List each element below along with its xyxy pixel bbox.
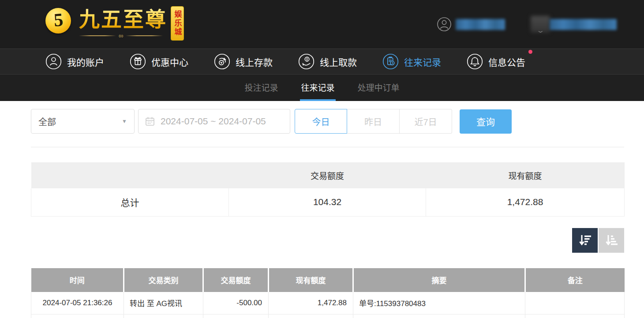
user-area: ⌄ [437,0,617,49]
quick-range-last7days[interactable]: 近7日 [400,109,452,134]
nav-item-label: 线上取款 [320,55,357,68]
nav-item-transaction-records[interactable]: 往来记录 [382,53,441,70]
nav-item-label: 往来记录 [404,55,441,68]
records-header-remark: 备注 [525,268,625,292]
logo-flourish-icon: ∞ [79,34,163,38]
records-header-amount: 交易额度 [203,268,269,292]
user-avatar-icon[interactable] [437,17,452,32]
logo-badge: 娱乐城 [171,6,184,41]
top-header: 5 九五至尊 ∞ 娱乐城 ⌄ [0,0,644,49]
records-header-row: 时间 交易类别 交易额度 现有额度 摘要 备注 [31,268,625,292]
record-time: 2024-07-05 21:36:26 [31,292,124,314]
sub-tabbar: 投注记录 往来记录 处理中订单 [0,75,644,101]
sort-button-group [572,228,624,253]
nav-item-label: 优惠中心 [151,55,188,68]
logo-monogram: 5 [53,9,64,30]
sort-ascending-button[interactable] [599,228,624,253]
summary-total-label: 总计 [31,188,229,216]
nav-item-deposit[interactable]: 线上存款 [214,53,273,70]
promo-gift-icon [130,53,146,70]
records-header-type: 交易类别 [124,268,203,292]
select-caret-icon: ▼ [122,118,127,124]
type-select[interactable]: 全部 ▼ [31,109,135,134]
username-redacted [456,19,505,30]
logo-title: 九五至尊 [79,6,167,33]
summary-header-row: 交易额度 现有额度 [31,162,625,188]
table-row-partial [31,314,625,318]
section-divider [31,147,624,147]
main-navbar: 我的账户 优惠中心 线上存款 [0,49,644,75]
tab-transaction-records[interactable]: 往来记录 [300,75,335,101]
withdraw-icon [298,53,315,70]
query-button[interactable]: 查询 [460,109,512,134]
quick-range-group: 今日 昨日 近7日 [295,109,452,134]
records-header-time: 时间 [31,268,124,292]
content-area: 全部 ▼ 2024-07-05 ~ 2024-07-05 今日 昨日 [0,109,644,318]
summary-total-balance: 1,472.88 [426,188,625,216]
tab-pending-orders[interactable]: 处理中订单 [357,75,401,101]
records-icon [382,53,399,70]
brand-logo[interactable]: 5 九五至尊 ∞ 娱乐城 [45,6,184,41]
date-range-value: 2024-07-05 ~ 2024-07-05 [161,116,266,127]
quick-range-yesterday[interactable]: 昨日 [347,109,400,134]
records-header-balance: 现有额度 [269,268,353,292]
date-range-input[interactable]: 2024-07-05 ~ 2024-07-05 [138,109,290,134]
deposit-icon [214,53,230,70]
records-table: 时间 交易类别 交易额度 现有额度 摘要 备注 2024-07-05 21:36… [31,268,625,318]
calendar-icon [145,116,155,127]
notice-bell-icon [467,53,483,70]
summary-header-balance: 现有额度 [426,162,625,188]
records-header-summary: 摘要 [353,268,525,292]
sort-descending-button[interactable] [572,228,598,253]
record-remark [525,292,625,314]
nav-item-promotions[interactable]: 优惠中心 [130,53,188,70]
summary-header-transaction: 交易额度 [229,162,426,188]
record-balance: 1,472.88 [269,292,353,314]
nav-item-withdraw[interactable]: 线上取款 [298,53,357,70]
chevron-down-icon: ⌄ [536,26,545,34]
notification-dot [528,50,532,54]
sort-descending-icon [577,233,593,248]
quick-range-today[interactable]: 今日 [295,109,347,134]
table-row: 2024-07-05 21:36:26 转出 至 AG视讯 -500.00 1,… [31,292,625,314]
type-select-value: 全部 [38,115,56,128]
nav-item-label: 我的账户 [67,55,104,68]
record-amount: -500.00 [203,292,269,314]
summary-table: 交易额度 现有额度 总计 104.32 1,472.88 [31,162,625,217]
summary-header-blank [31,162,229,188]
record-type: 转出 至 AG视讯 [124,292,203,314]
nav-item-label: 信息公告 [488,55,525,68]
nav-item-label: 线上存款 [236,55,273,68]
sort-ascending-icon [603,233,619,248]
balance-redacted [550,19,617,30]
record-summary: 单号:115393780483 [353,292,525,314]
account-icon [45,53,62,70]
nav-item-announcements[interactable]: 信息公告 [467,53,525,70]
summary-total-transaction: 104.32 [229,188,426,216]
logo-circle-icon: 5 [45,8,71,34]
summary-total-row: 总计 104.32 1,472.88 [31,188,625,216]
transaction-records-page: 5 九五至尊 ∞ 娱乐城 ⌄ [0,0,644,318]
tab-betting-records[interactable]: 投注记录 [243,75,279,101]
filter-row: 全部 ▼ 2024-07-05 ~ 2024-07-05 今日 昨日 [31,109,644,134]
nav-item-my-account[interactable]: 我的账户 [45,53,104,70]
